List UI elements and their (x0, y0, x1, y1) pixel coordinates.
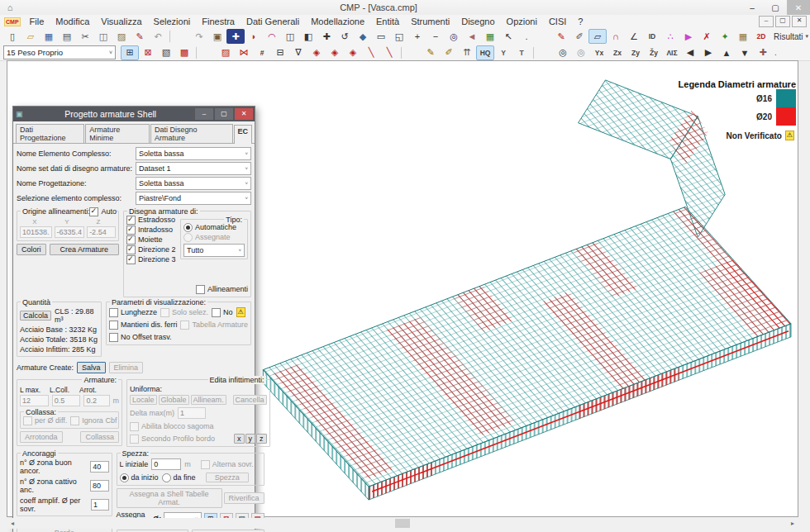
origin-x-field[interactable]: 101538. (20, 226, 52, 238)
zoom-realtime-icon[interactable]: ◎ (554, 45, 572, 60)
toolbar-overflow-icon[interactable]: . (772, 48, 779, 57)
filter-icon[interactable]: ∇ (289, 45, 307, 60)
sections-icon[interactable]: ◠ (263, 29, 281, 44)
menu-cisi[interactable]: CISI (543, 17, 572, 26)
da-inizio-radio[interactable]: da inizio (120, 473, 159, 482)
undo-icon[interactable]: ↶ (149, 29, 167, 44)
flag-b-icon[interactable]: ◈ (326, 45, 344, 60)
paste-icon[interactable]: ▨ (112, 29, 131, 44)
dialog-minimize-button[interactable]: – (195, 108, 213, 120)
shell-armature-icon[interactable]: ▱ (588, 29, 607, 44)
scroll-left-icon[interactable]: ◂ (7, 520, 18, 527)
pencil-multi-icon[interactable]: ✐ (440, 45, 458, 60)
titlebar[interactable]: ⌂ CMP - [Vasca.cmp] – ▢ ✕ (0, 0, 810, 16)
select-entity-icon[interactable]: ▶ (679, 29, 698, 44)
assegnate-radio[interactable]: Assegnate (183, 232, 245, 242)
edit-rebar-icon[interactable]: ✐ (570, 29, 588, 44)
materials-icon[interactable]: ◗ (245, 29, 263, 44)
window-close-button[interactable]: ✕ (787, 0, 810, 15)
export-image-icon[interactable]: ▦ (481, 29, 499, 44)
assegna-shell-button[interactable]: Assegna a Shell Tabelle Armat. (117, 488, 222, 508)
view-zy-icon[interactable]: Zy (627, 45, 645, 60)
cancella-button[interactable]: Cancella (233, 395, 267, 405)
menu-dati-generali[interactable]: Dati Generali (241, 17, 305, 26)
tab-dati-disegno-armature[interactable]: Dati Disegno Armature (150, 124, 233, 143)
model-viewport[interactable]: Legenda Diametri armature Ø16 Ø20 Non Ve… (7, 60, 798, 517)
new-file-icon[interactable]: ▯ (3, 29, 21, 44)
menu-strumenti[interactable]: Strumenti (405, 17, 455, 26)
copy-view-icon[interactable]: ◱ (390, 29, 408, 44)
y-button[interactable]: y (245, 434, 256, 444)
tab-dati-progettazione[interactable]: Dati Progettazione (16, 124, 84, 143)
view-zy-rot-icon[interactable]: Žy (645, 45, 663, 60)
edge-armature-icon[interactable]: ∩ (607, 29, 625, 44)
toolbar-separator[interactable] (401, 46, 419, 59)
cut-icon[interactable]: ✂ (76, 29, 94, 44)
arrotonda-button[interactable]: Arrotonda (20, 431, 63, 443)
globale-button[interactable]: Globale (159, 395, 189, 405)
save-icon[interactable]: ▦ (40, 29, 58, 44)
measure-angle-icon[interactable]: ∠ (625, 29, 643, 44)
draw-rebar-icon[interactable]: ✎ (552, 29, 570, 44)
pan-icon[interactable]: ✚ (317, 29, 336, 44)
combo-set-dati[interactable]: Dataset 1˅ (136, 162, 251, 175)
view-zx-icon[interactable]: Zx (608, 45, 627, 60)
origin-z-field[interactable]: -2.54 (87, 226, 116, 238)
axonometry-icon[interactable]: ΛΙΣ (663, 45, 681, 60)
l-iniziale-field[interactable]: 0 (151, 458, 181, 470)
node-info-icon[interactable]: ∴ (661, 29, 679, 44)
buon-ancor-field[interactable]: 40 (90, 461, 108, 473)
zoom-deselect-icon[interactable]: ⊠ (139, 45, 157, 60)
stroke-ne-icon[interactable]: ╲ (362, 45, 380, 60)
x-button[interactable]: x (234, 434, 245, 444)
open-folder-icon[interactable]: ▱ (21, 29, 40, 44)
zoom-select-icon[interactable]: ⊞ (121, 45, 139, 60)
print-icon[interactable]: ▤ (58, 29, 76, 44)
locale-button[interactable]: Locale (130, 395, 157, 405)
lcoll-field[interactable]: 0.5 (52, 395, 81, 406)
split-window-icon[interactable]: ◫ (281, 29, 299, 44)
toolbar-separator[interactable] (196, 46, 214, 59)
secondo-profilo-checkbox[interactable]: Secondo Profilo bordo (130, 434, 215, 444)
toolbar-separator[interactable] (169, 30, 188, 43)
mantieni-ferri-checkbox[interactable]: Mantieni dis. ferri (109, 320, 178, 330)
menu-file[interactable]: File (24, 17, 50, 26)
auto-checkbox[interactable]: Auto (89, 207, 117, 216)
combo-nome-progettazione[interactable]: Soletta bassa˅ (136, 177, 251, 190)
menu-help[interactable]: ? (572, 17, 588, 26)
last-load-case-icon[interactable]: ▼ (736, 45, 754, 60)
hq-render-icon[interactable]: HQ (476, 45, 494, 60)
allineam-button[interactable]: Allineam. (191, 395, 226, 405)
no-checkbox[interactable]: No (212, 307, 233, 317)
flag-c-icon[interactable]: ◈ (344, 45, 362, 60)
redo-icon[interactable]: ↷ (190, 29, 208, 44)
tab-ec[interactable]: EC (234, 125, 253, 144)
wireframe-box-icon[interactable]: ▭ (372, 29, 390, 44)
deselect-entity-icon[interactable]: ✗ (698, 29, 716, 44)
riverifica-button[interactable]: Riverifica (224, 492, 264, 504)
salva-button[interactable]: Salva (77, 362, 106, 373)
select-visible-icon[interactable]: ▨ (217, 45, 235, 60)
toolbar-gap[interactable] (536, 30, 552, 43)
flag-a-icon[interactable]: ◈ (307, 45, 326, 60)
menu-modellazione[interactable]: Modellazione (305, 17, 370, 26)
lmax-field[interactable]: 12 (20, 395, 49, 406)
colori-button[interactable]: Colori (17, 244, 46, 255)
allineamenti-checkbox[interactable]: Allineamenti (196, 284, 248, 294)
tee-icon[interactable]: T (512, 45, 531, 60)
menu-opzioni[interactable]: Opzioni (501, 17, 543, 26)
results-dropdown[interactable]: Risultati ▾ (770, 32, 810, 41)
collassa-button[interactable]: Collassa (80, 431, 119, 443)
shaded-view-icon[interactable]: ◆ (354, 29, 372, 44)
scrollbar-track[interactable] (18, 518, 787, 529)
window-minimize-button[interactable]: – (741, 0, 764, 15)
prev-load-case-icon[interactable]: ◀ (681, 45, 699, 60)
solo-selez-checkbox[interactable]: Solo selez. (160, 307, 208, 317)
da-fine-radio[interactable]: da fine (162, 473, 196, 482)
hide-entities-icon[interactable]: ✦ (716, 29, 734, 44)
elimina-armature-button[interactable]: Elimina (109, 362, 144, 373)
dialog-close-button[interactable]: ✕ (235, 108, 253, 120)
beam-table-icon[interactable]: ▦ (734, 29, 752, 44)
horizontal-scrollbar[interactable]: ◂ ▸ (7, 518, 798, 529)
tipo-combo[interactable]: Tutto˅ (183, 244, 245, 257)
